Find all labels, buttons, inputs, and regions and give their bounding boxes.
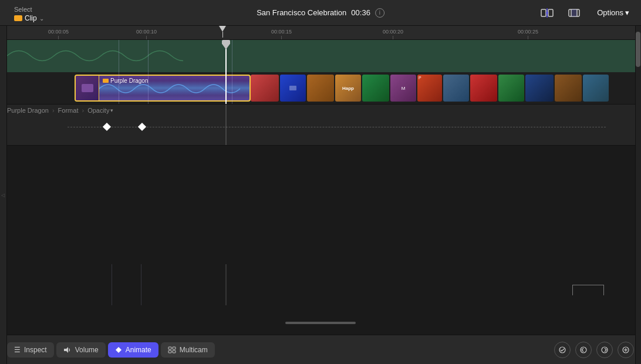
volume-button[interactable]: Volume xyxy=(56,342,106,358)
snapping-icon xyxy=(541,8,554,18)
prev-keyframe-button[interactable] xyxy=(575,342,592,358)
add-keyframe-button[interactable] xyxy=(618,342,634,358)
vguide-bottom-3 xyxy=(225,264,227,305)
scroll-indicator xyxy=(285,322,356,324)
project-title: San Francisco Celebration xyxy=(257,8,346,17)
mini-clip-1[interactable] xyxy=(251,75,279,102)
mini-clip-11[interactable] xyxy=(525,75,554,102)
bottom-toolbar-left: ☰ Inspect Volume Animate Multicam xyxy=(7,342,215,358)
clip-label: Clip xyxy=(25,14,37,22)
keyframe-diamond-2[interactable] xyxy=(138,123,146,131)
clip-waveform: Purple Dragon xyxy=(99,76,249,100)
check-icon xyxy=(559,346,566,353)
scrollbar-thumb[interactable] xyxy=(636,32,640,67)
bottom-area xyxy=(0,264,641,335)
inspect-button[interactable]: ☰ Inspect xyxy=(7,342,54,358)
options-label: Options xyxy=(597,8,623,17)
inspect-icon: ☰ xyxy=(14,346,21,354)
playhead[interactable] xyxy=(225,40,227,104)
volume-icon xyxy=(63,346,72,353)
options-chevron-icon: ▾ xyxy=(625,8,629,17)
kf-clip-name: Purple Dragon xyxy=(7,107,49,114)
mini-clip-12[interactable] xyxy=(555,75,582,102)
svg-rect-0 xyxy=(541,9,546,16)
svg-rect-12 xyxy=(173,350,176,353)
clip-video-icon xyxy=(103,79,109,83)
vguide-1 xyxy=(119,40,119,104)
trim-icon xyxy=(568,8,581,18)
animate-icon xyxy=(115,346,122,353)
vguide-3 xyxy=(232,40,232,104)
multicam-button[interactable]: Multicam xyxy=(161,342,215,358)
volume-label: Volume xyxy=(75,346,99,354)
mini-clip-3[interactable] xyxy=(307,75,334,102)
trim-button[interactable] xyxy=(565,5,583,21)
kf-format-label[interactable]: Format xyxy=(58,107,79,114)
other-clips: Happ M P xyxy=(251,75,635,102)
inspect-label: Inspect xyxy=(24,346,47,354)
clip-selector[interactable]: Clip ⌄ xyxy=(14,14,44,22)
clip-thumbnail xyxy=(76,76,99,100)
keyframe-line xyxy=(68,127,606,127)
right-scrollbar[interactable] xyxy=(635,26,641,364)
svg-marker-8 xyxy=(64,347,68,353)
svg-rect-11 xyxy=(168,350,171,353)
mini-clip-10[interactable] xyxy=(498,75,524,102)
prev-keyframe-icon xyxy=(580,346,587,353)
ruler-mark-5s: 00:00:05 xyxy=(48,29,69,39)
title-section: San Francisco Celebration 00:36 i xyxy=(257,8,384,18)
snapping-button[interactable] xyxy=(538,5,556,21)
keyframe-diamond-1[interactable] xyxy=(103,123,111,131)
playhead-ruler-marker xyxy=(219,26,226,38)
mini-clip-4[interactable]: Happ xyxy=(335,75,361,102)
kf-opacity-label[interactable]: Opacity ▾ xyxy=(87,107,113,114)
svg-rect-1 xyxy=(548,9,553,16)
chevron-down-icon: ⌄ xyxy=(39,15,44,22)
left-edge: ◁ xyxy=(0,26,7,364)
audio-waveform xyxy=(7,40,183,72)
ruler-mark-15s: 00:00:15 xyxy=(271,29,292,39)
vguide-bottom-1 xyxy=(112,264,112,305)
next-keyframe-button[interactable] xyxy=(596,342,613,358)
bracket-decoration xyxy=(568,285,609,305)
multicam-label: Multicam xyxy=(180,346,208,354)
audio-track xyxy=(7,40,635,72)
timeline-area[interactable]: Purple Dragon Happ M P xyxy=(7,40,635,105)
mini-clip-8[interactable] xyxy=(443,75,469,102)
svg-rect-9 xyxy=(168,347,171,349)
vguide-2 xyxy=(148,40,149,104)
mini-clip-6[interactable]: M xyxy=(390,75,416,102)
mini-clip-9[interactable] xyxy=(470,75,497,102)
animate-label: Animate xyxy=(126,346,151,354)
toolbar-right: Options ▾ xyxy=(538,5,634,21)
ruler-mark-25s: 00:00:25 xyxy=(518,29,538,39)
video-track: Purple Dragon Happ M P xyxy=(7,72,635,105)
vguide-bottom-2 xyxy=(141,264,141,305)
add-keyframe-icon xyxy=(622,346,629,353)
opacity-chevron-icon: ▾ xyxy=(110,107,113,113)
timeline-ruler[interactable]: 00:00:05 00:00:10 00:00:15 00:00:20 00:0… xyxy=(7,26,641,40)
purple-dragon-clip[interactable]: Purple Dragon xyxy=(75,75,251,102)
mini-clip-13[interactable] xyxy=(583,75,609,102)
bottom-toolbar: ☰ Inspect Volume Animate Multicam xyxy=(0,335,641,364)
check-button[interactable] xyxy=(554,342,571,358)
select-label: Select xyxy=(14,6,32,13)
keyframe-track-label: Purple Dragon › Format › Opacity ▾ xyxy=(7,105,634,115)
top-toolbar: Select Clip ⌄ San Francisco Celebration … xyxy=(0,0,641,26)
clip-icon xyxy=(14,15,22,21)
keyframe-track: Purple Dragon › Format › Opacity ▾ ◁ xyxy=(0,105,641,146)
info-icon[interactable]: i xyxy=(375,8,384,18)
options-button[interactable]: Options ▾ xyxy=(592,6,634,19)
multicam-icon xyxy=(168,346,176,353)
ruler-marks: 00:00:05 00:00:10 00:00:15 00:00:20 00:0… xyxy=(7,26,641,39)
ruler-mark-20s: 00:00:20 xyxy=(383,29,403,39)
svg-rect-5 xyxy=(571,9,577,16)
clip-title-label: Purple Dragon xyxy=(110,77,148,84)
svg-rect-10 xyxy=(173,347,176,349)
ruler-mark-10s: 00:00:10 xyxy=(136,29,157,39)
playhead-kf-line xyxy=(225,105,227,145)
mini-clip-2[interactable] xyxy=(280,75,306,102)
mini-clip-7[interactable]: P xyxy=(417,75,442,102)
animate-button[interactable]: Animate xyxy=(108,342,158,358)
mini-clip-5[interactable] xyxy=(362,75,389,102)
